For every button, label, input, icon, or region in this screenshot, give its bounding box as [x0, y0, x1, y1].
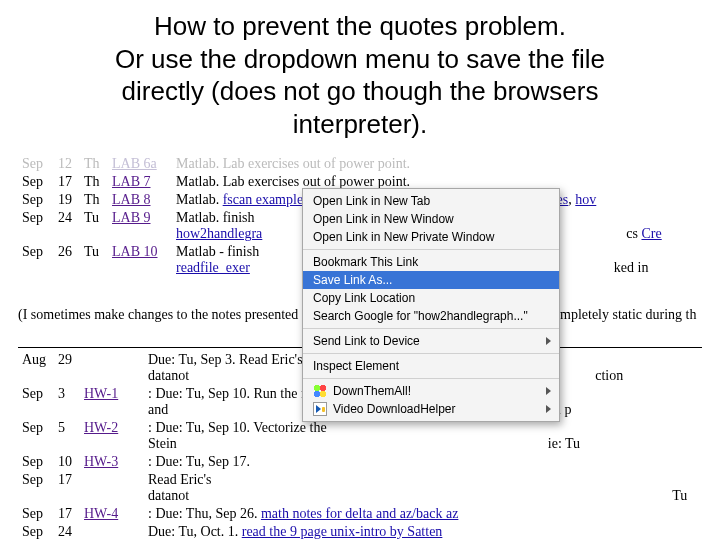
schedule-screenshot: Sep 12 Th LAB 6a Matlab. Lab exercises o…: [0, 154, 720, 540]
context-menu-label: Save Link As...: [313, 273, 392, 287]
inline-link[interactable]: math notes for delta and az/back az: [261, 506, 458, 521]
inline-link[interactable]: fscan examples: [223, 192, 309, 207]
lab-link[interactable]: LAB 6a: [112, 156, 157, 171]
context-menu-separator: [303, 249, 559, 250]
context-menu-separator: [303, 378, 559, 379]
inline-link[interactable]: how2handlegra: [176, 226, 262, 241]
slide-title: How to prevent the quotes problem. Or us…: [0, 0, 720, 154]
table-row: Sep 17 Read Eric's datanotxxxxxxxxxxxxxx…: [20, 472, 700, 504]
inline-link[interactable]: hov: [575, 192, 596, 207]
inline-link[interactable]: readfile_exer: [176, 260, 250, 275]
context-menu-label: Open Link in New Window: [313, 212, 454, 226]
context-menu-label: Open Link in New Tab: [313, 194, 430, 208]
context-menu-label: Inspect Element: [313, 359, 399, 373]
hw-link[interactable]: HW-3: [84, 454, 118, 469]
context-menu-item[interactable]: Search Google for "how2handlegraph...": [303, 307, 559, 325]
lab-link[interactable]: LAB 10: [112, 244, 158, 259]
context-menu-separator: [303, 328, 559, 329]
lab-link[interactable]: LAB 7: [112, 174, 151, 189]
inline-link[interactable]: read the 9 page unix-intro by Satten: [242, 524, 443, 539]
context-menu-label: Bookmark This Link: [313, 255, 418, 269]
lab-link[interactable]: LAB 9: [112, 210, 151, 225]
context-menu-label: Send Link to Device: [313, 334, 420, 348]
title-line-3: directly (does not go though the browser…: [30, 75, 690, 108]
context-menu-label: Search Google for "how2handlegraph...": [313, 309, 528, 323]
context-menu-item[interactable]: Save Link As...: [303, 271, 559, 289]
table-row: Sep 5 HW-2 : Due: Tu, Sep 10. Vectorize …: [20, 420, 700, 452]
hw-link[interactable]: HW-4: [84, 506, 118, 521]
context-menu-item[interactable]: Send Link to Device: [303, 332, 559, 350]
submenu-arrow-icon: [546, 387, 551, 395]
title-line-2: Or use the dropdown menu to save the fil…: [30, 43, 690, 76]
submenu-arrow-icon: [546, 405, 551, 413]
context-menu-item[interactable]: Open Link in New Window: [303, 210, 559, 228]
context-menu-separator: [303, 353, 559, 354]
context-menu-item[interactable]: Inspect Element: [303, 357, 559, 375]
title-line-4: interpreter).: [30, 108, 690, 141]
context-menu-item[interactable]: DownThemAll!: [303, 382, 559, 400]
context-menu-item[interactable]: Copy Link Location: [303, 289, 559, 307]
context-menu-label: Video DownloadHelper: [333, 402, 456, 416]
context-menu-item[interactable]: Video DownloadHelper: [303, 400, 559, 418]
context-menu-item[interactable]: Open Link in New Tab: [303, 192, 559, 210]
table-row: Sep 17 HW-4 : Due: Thu, Sep 26. math not…: [20, 506, 700, 522]
vdh-icon: [313, 402, 327, 416]
context-menu-item[interactable]: Open Link in New Private Window: [303, 228, 559, 246]
context-menu-label: Copy Link Location: [313, 291, 415, 305]
title-line-1: How to prevent the quotes problem.: [30, 10, 690, 43]
dta-icon: [313, 384, 327, 398]
hw-link[interactable]: HW-2: [84, 420, 118, 435]
table-row: Sep 12 Th LAB 6a Matlab. Lab exercises o…: [20, 156, 700, 172]
table-row: Sep 24 Due: Tu, Oct. 1. read the 9 page …: [20, 524, 700, 540]
submenu-arrow-icon: [546, 337, 551, 345]
inline-link[interactable]: Cre: [641, 226, 661, 241]
context-menu-item[interactable]: Bookmark This Link: [303, 253, 559, 271]
context-menu-label: DownThemAll!: [333, 384, 411, 398]
hw-link[interactable]: HW-1: [84, 386, 118, 401]
table-row: Sep 10 HW-3 : Due: Tu, Sep 17.: [20, 454, 700, 470]
context-menu-label: Open Link in New Private Window: [313, 230, 494, 244]
lab-link[interactable]: LAB 8: [112, 192, 151, 207]
context-menu: Open Link in New TabOpen Link in New Win…: [302, 188, 560, 422]
